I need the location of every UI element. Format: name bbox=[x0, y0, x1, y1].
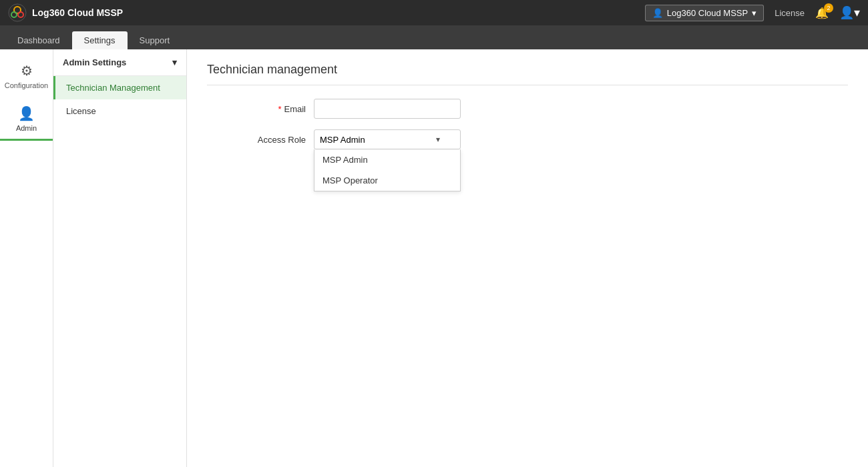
sidebar-icon-admin[interactable]: 👤 Admin bbox=[0, 99, 53, 141]
user-profile-button[interactable]: 👤▾ bbox=[839, 5, 860, 20]
top-bar-left: Log360 Cloud MSSP bbox=[8, 3, 123, 22]
sidebar-item-license[interactable]: License bbox=[53, 99, 186, 123]
access-role-dropdown: MSP Admin MSP Operator bbox=[314, 149, 461, 191]
sidebar-icon-configuration-label: Configuration bbox=[5, 81, 48, 89]
sidebar-icon-admin-label: Admin bbox=[16, 124, 37, 132]
account-button[interactable]: 👤 Log360 Cloud MSSP ▾ bbox=[645, 5, 764, 21]
email-form-row: *Email bbox=[207, 99, 848, 119]
tab-bar: Dashboard Settings Support bbox=[0, 25, 868, 49]
main-layout: ⚙ Configuration 👤 Admin Admin Settings ▾… bbox=[0, 49, 868, 467]
tab-dashboard[interactable]: Dashboard bbox=[5, 31, 72, 49]
tab-settings[interactable]: Settings bbox=[72, 31, 128, 49]
email-required-star: * bbox=[278, 104, 281, 114]
gear-icon: ⚙ bbox=[21, 63, 33, 79]
tab-support[interactable]: Support bbox=[128, 31, 182, 49]
logo-icon bbox=[8, 3, 27, 22]
logo-text: Log360 Cloud MSSP bbox=[32, 7, 123, 18]
sidebar-header: Admin Settings ▾ bbox=[53, 49, 186, 76]
dropdown-item-msp-operator[interactable]: MSP Operator bbox=[314, 170, 460, 191]
sidebar-item-license-label: License bbox=[66, 106, 96, 116]
account-label: Log360 Cloud MSSP bbox=[667, 8, 748, 18]
access-role-selected-value: MSP Admin bbox=[320, 135, 365, 145]
account-person-icon: 👤 bbox=[652, 8, 663, 18]
access-role-select-wrapper: MSP Admin ▾ MSP Admin MSP Operator bbox=[314, 129, 461, 149]
email-label: *Email bbox=[207, 104, 314, 114]
account-chevron-icon: ▾ bbox=[752, 8, 756, 18]
left-sidebar: Admin Settings ▾ Technician Management L… bbox=[53, 49, 187, 467]
select-chevron-icon: ▾ bbox=[436, 135, 440, 144]
email-input[interactable] bbox=[314, 99, 461, 119]
content-area: Technician management *Email Access Role… bbox=[187, 49, 868, 467]
admin-icon: 👤 bbox=[18, 105, 35, 121]
bell-button[interactable]: 🔔 2 bbox=[815, 7, 829, 19]
sidebar-header-chevron-icon: ▾ bbox=[172, 57, 177, 67]
bell-badge: 2 bbox=[824, 3, 833, 13]
access-role-label: Access Role bbox=[207, 135, 314, 145]
sidebar-header-label: Admin Settings bbox=[63, 57, 126, 67]
sidebar-icon-configuration[interactable]: ⚙ Configuration bbox=[0, 56, 53, 96]
top-bar: Log360 Cloud MSSP 👤 Log360 Cloud MSSP ▾ … bbox=[0, 0, 868, 25]
icon-sidebar: ⚙ Configuration 👤 Admin bbox=[0, 49, 53, 467]
sidebar-item-technician-management-label: Technician Management bbox=[66, 83, 160, 93]
access-role-select[interactable]: MSP Admin ▾ bbox=[314, 129, 461, 149]
page-title: Technician management bbox=[207, 63, 848, 85]
sidebar-item-technician-management[interactable]: Technician Management bbox=[53, 76, 186, 99]
license-link[interactable]: License bbox=[775, 8, 805, 18]
dropdown-item-msp-admin[interactable]: MSP Admin bbox=[314, 149, 460, 170]
top-bar-right: 👤 Log360 Cloud MSSP ▾ License 🔔 2 👤▾ bbox=[645, 5, 860, 21]
access-role-form-row: Access Role MSP Admin ▾ MSP Admin MSP Op… bbox=[207, 129, 848, 149]
